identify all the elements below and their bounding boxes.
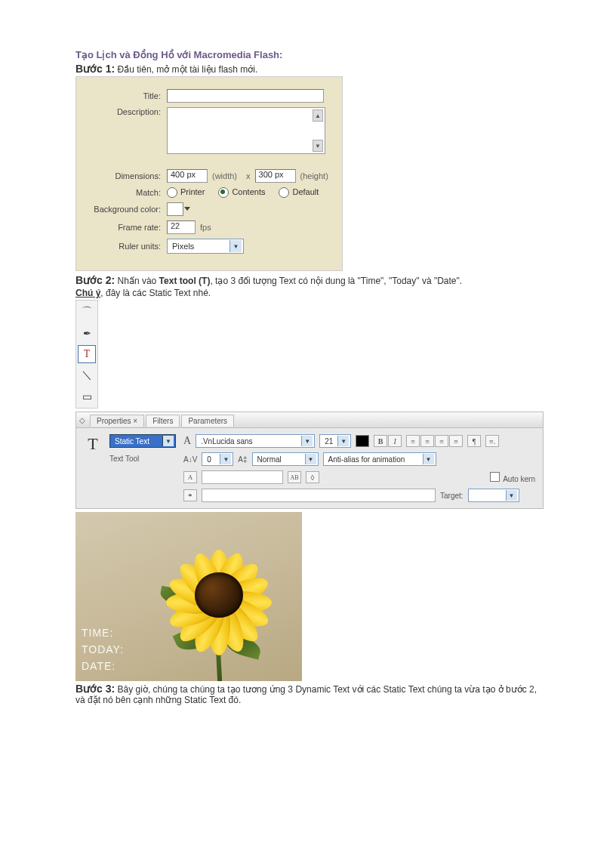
text-tool-icon[interactable]: T [78,345,96,363]
step2-label: Bước 2: [75,274,115,286]
scroll-down-icon[interactable]: ▼ [313,140,323,152]
canvas-preview: TIME: TODAY: DATE: [75,512,302,681]
tool-panel: ⌒ ✒ T ＼ ▭ [75,300,98,409]
text-type-value: Static Text [115,437,149,446]
scrollbar[interactable]: ▲ ▼ [313,109,323,152]
ruler-label: Ruler units: [85,242,167,251]
title-input[interactable] [167,89,324,103]
step2-line: Bước 2: Nhấn vào Text tool (T), tạo 3 đố… [75,274,559,286]
border-icon[interactable]: ◊ [306,471,319,483]
line-tool-icon[interactable]: ＼ [78,366,96,384]
selectable-icon[interactable]: A [183,471,197,483]
step1-text: Đầu tiên, mở một tài liệu flash mới. [115,64,257,75]
format-buttons: B I [374,435,402,447]
page-title: Tạo Lịch và Đồng Hồ với Macromedia Flash… [75,49,559,60]
font-select[interactable]: .VnLucida sans ▼ [196,434,315,448]
step2-post: , tạo 3 đối tượng Text có nội dung là "T… [210,276,462,286]
italic-button[interactable]: I [388,435,402,447]
url-input[interactable] [202,489,436,502]
bgcolor-label: Background color: [85,205,167,214]
chevron-down-icon: ▼ [229,240,242,252]
note-text: , đây là các Static Text nhé. [100,288,211,298]
autokern-label: Auto kern [503,475,535,483]
align-buttons: ≡ ≡ ≡ ≡ [406,435,463,447]
height-input[interactable]: 300 px [255,169,296,183]
align-center-icon[interactable]: ≡ [420,435,434,447]
today-text: TODAY: [82,643,124,655]
tab-properties[interactable]: Properties × [90,415,144,427]
ruler-value: Pixels [172,242,194,251]
radio-contents-label: Contents [232,187,265,196]
flower-center [195,572,243,618]
lasso-tool-icon[interactable]: ⌒ [78,303,96,321]
text-mode-icon: T [84,434,102,454]
var-input[interactable] [202,470,283,484]
radio-default[interactable]: Default [279,187,319,198]
chevron-down-icon: ▼ [305,454,316,464]
description-label: Description: [85,107,167,116]
position-select[interactable]: Normal ▼ [252,452,319,466]
tab-filters[interactable]: Filters [146,415,180,427]
tab-parameters[interactable]: Parameters [181,415,234,427]
radio-printer-label: Printer [180,187,205,196]
text-type-select[interactable]: Static Text ▼ [109,434,176,448]
align-justify-icon[interactable]: ≡ [449,435,463,447]
font-size-value: 21 [325,437,333,446]
width-unit: (width) [212,171,237,180]
note-label: Chú ý [75,288,100,298]
step2-pre: Nhấn vào [115,276,159,286]
chevron-down-icon: ▼ [162,436,174,446]
letter-spacing-value: 0 [207,455,211,464]
bgcolor-swatch[interactable] [167,202,183,216]
title-label: Title: [85,91,167,100]
link-icon[interactable]: ⚭ [183,489,197,501]
date-text: DATE: [82,660,124,672]
height-unit: (height) [300,171,328,180]
canvas-text-labels: TIME: TODAY: DATE: [82,622,124,677]
scroll-up-icon[interactable]: ▲ [313,109,323,122]
font-size-select[interactable]: 21 ▼ [319,434,351,448]
position-value: Normal [257,455,282,464]
framerate-label: Frame rate: [85,223,167,232]
properties-panel: ◇ Properties × Filters Parameters T Stat… [75,412,544,509]
render-html-icon[interactable]: AB [288,471,301,483]
width-input[interactable]: 400 px [167,169,208,183]
chevron-down-icon: ▼ [337,436,349,446]
radio-contents[interactable]: Contents [218,187,265,198]
letter-spacing-select[interactable]: 0 ▼ [202,452,233,466]
edit-format-icon[interactable]: ≡. [485,435,499,447]
description-textarea[interactable]: ▲ ▼ [167,107,325,154]
document-properties-dialog: Title: Description: ▲ ▼ Dimensions: 400 … [75,76,343,271]
time-text: TIME: [82,627,124,639]
antialias-select[interactable]: Anti-alias for animation ▼ [323,452,436,466]
target-select[interactable]: ▼ [468,489,519,502]
framerate-input[interactable]: 22 [167,220,196,234]
target-label: Target: [440,492,464,500]
pen-tool-icon[interactable]: ✒ [78,324,96,342]
paragraph-icon[interactable]: ¶ [467,435,481,447]
text-color-swatch[interactable] [356,435,369,447]
align-right-icon[interactable]: ≡ [435,435,448,447]
step1-label: Bước 1: [75,63,115,75]
font-value: .VnLucida sans [201,437,252,446]
text-tool-bold: Text tool (T) [159,276,211,286]
dimensions-label: Dimensions: [85,171,167,180]
radio-printer[interactable]: Printer [167,187,205,198]
antialias-value: Anti-alias for animation [328,455,405,464]
rect-tool-icon[interactable]: ▭ [78,387,96,405]
chevron-down-icon: ▼ [506,490,517,501]
chevron-down-icon: ▼ [423,454,434,464]
bold-button[interactable]: B [374,435,387,447]
step1-line: Bước 1: Đầu tiên, mở một tài liệu flash … [75,63,559,75]
text-tool-label: Text Tool [109,455,176,463]
align-left-icon[interactable]: ≡ [406,435,420,447]
step3-text: Bây giờ, chúng ta chúng ta tạo tương ứng… [75,684,537,705]
step2-note: Chú ý, đây là các Static Text nhé. [75,288,559,298]
chevron-down-icon: ▼ [220,454,231,464]
step3-line: Bước 3: Bây giờ, chúng ta chúng ta tạo t… [75,683,544,705]
radio-default-label: Default [292,187,319,196]
fps-label: fps [200,223,211,232]
autokern-check[interactable]: Auto kern [490,472,535,483]
ruler-select[interactable]: Pixels ▼ [167,239,244,254]
step3-label: Bước 3: [75,683,115,695]
